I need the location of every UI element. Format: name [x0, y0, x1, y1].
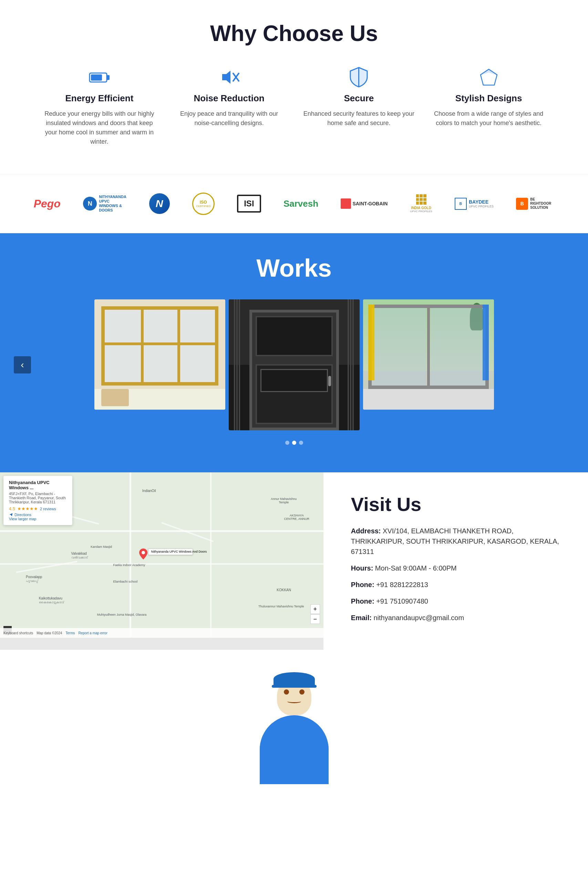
works-title: Works — [0, 254, 588, 282]
visit-panel: Visit Us Address: XVI/104, ELAMBACHI THA… — [324, 472, 588, 650]
map-label-valvakkad: Valvakkadവൽവക്കാട് — [71, 552, 87, 560]
dot-3[interactable] — [299, 441, 303, 445]
n-circle-logo: N — [149, 193, 170, 214]
map-stars-visual: ★★★★★ — [17, 506, 38, 511]
svg-rect-2 — [91, 74, 102, 81]
map-label-poovalapp: Poovalappപൂവലപ്പ് — [26, 575, 42, 583]
map-label-akshaya: AKSHAYA CENTRE, ANNUR — [283, 514, 310, 520]
map-label-faeka: Faeka Indoor Academy — [113, 563, 146, 567]
gallery-prev-button[interactable]: ‹ — [14, 356, 31, 374]
visit-email-value: nithyanandaupvc@gmail.com — [374, 614, 464, 621]
map-directions-button[interactable]: Directions — [9, 513, 67, 517]
feature-energy-desc: Reduce your energy bills with our highly… — [41, 109, 158, 146]
baydee-logo: B BAYDEE UPVC PROFILES — [455, 198, 494, 210]
map-business-name: Nithyananda UPVC Windows ... — [9, 480, 67, 490]
gallery-image-center — [229, 299, 360, 430]
map-label-muhiy: Muhiyudheen Juma Masjid, Olavara — [97, 613, 147, 616]
visit-title: Visit Us — [351, 493, 561, 515]
map-report[interactable]: Report a map error — [78, 631, 108, 635]
map-stars: 4.5 — [9, 506, 15, 511]
visit-phone2-label: Phone: — [351, 597, 374, 605]
diamond-icon — [477, 67, 501, 87]
visit-phone1-value: +91 8281222813 — [376, 581, 428, 588]
map-data-label: Map data ©2024 — [36, 631, 62, 635]
isi-logo: ISI — [237, 195, 261, 213]
map-keyboard-shortcuts: Keyboard shortcuts — [3, 631, 33, 635]
works-gallery: ‹ — [0, 299, 588, 430]
map-label-elambachi: Elambachi school — [113, 580, 138, 583]
footer-area — [0, 650, 588, 784]
visit-hours-label: Hours: — [351, 564, 373, 572]
map-zoom-controls[interactable]: + − — [310, 604, 320, 624]
brand-sarvesh: Sarvesh — [284, 192, 318, 216]
brand-india-gold: INDIA GOLD UPVC PROFILES — [410, 192, 432, 216]
map-pin: Nithyananda UPVC Windows And Doors — [139, 549, 147, 561]
india-gold-logo: INDIA GOLD UPVC PROFILES — [410, 194, 432, 213]
works-section: Works ‹ — [0, 233, 588, 472]
dot-2[interactable] — [292, 441, 296, 445]
battery-icon — [87, 67, 111, 87]
dot-1[interactable] — [285, 441, 290, 445]
brand-iso: ISO CERTIFIED — [192, 192, 214, 216]
contact-section: Nithyananda UPVC Windows ... 45FJ+FXF, P… — [0, 472, 588, 650]
map-label-kokkan: KOKKAN — [277, 588, 291, 592]
map-zoom-in-button[interactable]: + — [310, 604, 320, 614]
brands-section: Pego N NITHYANANDA UPVC WINDOWS & DOORS … — [0, 174, 588, 233]
map-label-annur: Annur Mahavishnu Temple — [270, 497, 298, 504]
map-terms[interactable]: Terms — [66, 631, 75, 635]
map-bottom-bar: Keyboard shortcuts Map data ©2024 Terms … — [0, 628, 324, 638]
feature-secure-title: Secure — [344, 93, 374, 104]
why-choose-us-section: Why Choose Us Energy Efficient Reduce yo… — [0, 0, 588, 174]
works-dots — [0, 441, 588, 445]
feature-noise-desc: Enjoy peace and tranquility with our noi… — [171, 109, 287, 128]
svg-rect-1 — [107, 75, 110, 80]
pego-logo: Pego — [34, 197, 61, 210]
brand-isi: ISI — [237, 192, 261, 216]
visit-address-label: Address: — [351, 527, 381, 535]
gallery-images — [21, 299, 567, 430]
nithyananda-logo: N NITHYANANDA UPVC WINDOWS & DOORS — [83, 195, 126, 213]
be-logo: B BE RIGHTDOOR SOLUTION — [516, 197, 554, 210]
map-pin-label: Nithyananda UPVC Windows And Doors — [148, 549, 193, 555]
brand-pego: Pego — [34, 192, 61, 216]
visit-hours-value: Mon-Sat 9:00AM - 6:00PM — [375, 564, 457, 572]
brand-nithyananda: N NITHYANANDA UPVC WINDOWS & DOORS — [83, 192, 126, 216]
gallery-image-left — [94, 299, 225, 410]
visit-phone1-label: Phone: — [351, 581, 374, 588]
footer-person-figure — [0, 677, 588, 784]
visit-address-row: Address: XVI/104, ELAMBACHI THANKETH ROA… — [351, 526, 561, 557]
iso-logo: ISO CERTIFIED — [192, 193, 214, 215]
brand-baydee: B BAYDEE UPVC PROFILES — [455, 192, 494, 216]
map-label-indianoil: IndianOil — [142, 489, 156, 493]
map-reviews[interactable]: 2 reviews — [40, 507, 56, 511]
map-view-larger[interactable]: View larger map — [9, 517, 67, 521]
svg-point-9 — [142, 551, 145, 554]
map-label-thuluvannur: Thuluvannur Mahavishnu Temple — [258, 604, 304, 608]
map-zoom-out-button[interactable]: − — [310, 614, 320, 624]
gallery-image-right — [363, 299, 494, 410]
map-label-kaikottukadavu: Kaikottukadavuകൈകൊട്ടുകടവ് — [39, 596, 64, 604]
visit-address-value: XVI/104, ELAMBACHI THANKETH ROAD, THRIKK… — [351, 527, 559, 555]
brand-be: B BE RIGHTDOOR SOLUTION — [516, 192, 554, 216]
brands-grid: Pego N NITHYANANDA UPVC WINDOWS & DOORS … — [27, 192, 561, 216]
map-address: 45FJ+FXF, Po, Elambachi - Thankieth Road… — [9, 492, 67, 504]
brand-n-circle: N — [149, 192, 170, 216]
person-head — [277, 677, 311, 715]
map-container: Nithyananda UPVC Windows ... 45FJ+FXF, P… — [0, 472, 324, 650]
why-title: Why Choose Us — [27, 21, 561, 46]
feature-secure: Secure Enhanced security features to kee… — [301, 67, 417, 146]
sarvesh-logo: Sarvesh — [284, 198, 318, 209]
svg-marker-3 — [222, 70, 231, 84]
visit-phone2-value: +91 7510907480 — [376, 597, 428, 605]
feature-energy: Energy Efficient Reduce your energy bill… — [41, 67, 158, 146]
saintgobain-logo: SAINT-GOBAIN — [340, 198, 387, 209]
map-info-box: Nithyananda UPVC Windows ... 45FJ+FXF, P… — [3, 476, 72, 525]
map-directions-label: Directions — [15, 513, 32, 517]
map-label-karolam: Karolam Masjid — [91, 545, 112, 549]
feature-secure-desc: Enhanced security features to keep your … — [301, 109, 417, 128]
feature-stylish-title: Stylish Designs — [455, 93, 522, 104]
visit-email-row: Email: nithyanandaupvc@gmail.com — [351, 613, 561, 623]
map-rating-row: 4.5 ★★★★★ 2 reviews — [9, 506, 67, 511]
visit-hours-row: Hours: Mon-Sat 9:00AM - 6:00PM — [351, 563, 561, 573]
visit-email-label: Email: — [351, 614, 372, 621]
